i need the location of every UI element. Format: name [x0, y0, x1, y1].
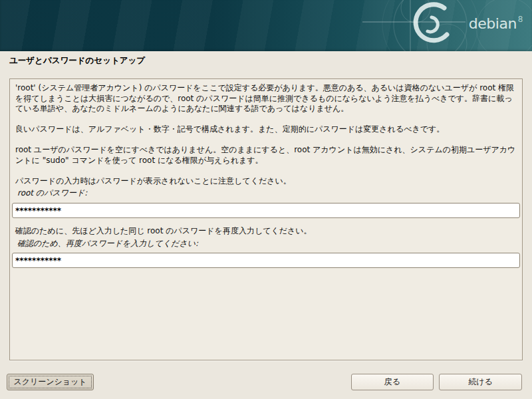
brand-name: debian — [469, 15, 517, 32]
page-title: ユーザとパスワードのセットアップ — [9, 55, 145, 66]
installer-window: debian8 ユーザとパスワードのセットアップ 'root' (システム管理者… — [0, 0, 532, 399]
root-password-input[interactable] — [12, 203, 520, 218]
confirm-password-input[interactable] — [12, 253, 520, 268]
debian-wordmark: debian8 — [469, 15, 523, 32]
content-panel: 'root' (システム管理者アカウント) のパスワードをここで設定する必要があ… — [9, 78, 523, 360]
continue-button[interactable]: 続ける — [439, 374, 522, 390]
screenshot-button[interactable]: スクリーンショット — [7, 374, 94, 390]
hidden-input-note-text: パスワードの入力時はパスワードが表示されないことに注意してください。 — [15, 176, 517, 187]
root-password-label: root のパスワード: — [17, 188, 517, 199]
empty-password-text: root ユーザのパスワードを空にすべきではありません。空のままにすると、roo… — [15, 145, 517, 166]
confirm-password-label: 確認のため、再度パスワードを入力してください: — [17, 238, 517, 249]
brand-version: 8 — [518, 15, 523, 24]
back-button[interactable]: 戻る — [351, 374, 434, 390]
root-password-intro-text: 'root' (システム管理者アカウント) のパスワードをここで設定する必要があ… — [15, 83, 517, 114]
good-password-text: 良いパスワードは、アルファベット・数字・記号で構成されます。また、定期的にパスワ… — [15, 124, 517, 135]
debian-swirl-logo-icon — [0, 0, 532, 51]
header-banner: debian8 — [0, 0, 532, 51]
confirm-instruction-text: 確認のために、先ほど入力した同じ root のパスワードを再度入力してください。 — [15, 226, 517, 237]
